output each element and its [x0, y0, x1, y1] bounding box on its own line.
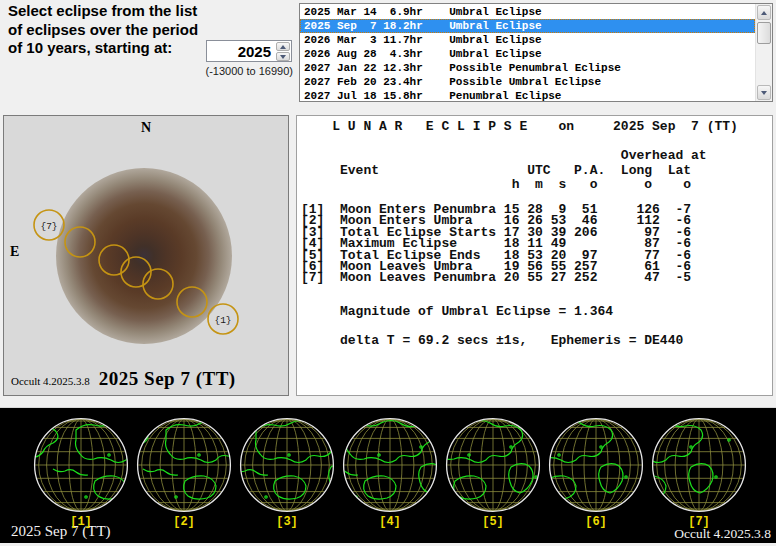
spin-up-button[interactable] — [276, 42, 290, 51]
eclipse-list-item[interactable]: 2026 Aug 28 4.3hr Umbral Eclipse — [300, 47, 755, 61]
diagram-watermark: Occult 4.2025.3.8 — [11, 375, 90, 387]
globe-event-label-2: [2] — [164, 515, 204, 529]
moon-position-circle — [99, 245, 129, 275]
eclipse-list-item[interactable]: 2025 Mar 14 6.9hr Umbral Eclipse — [300, 5, 755, 19]
globe-event-label-5: [5] — [473, 515, 513, 529]
eclipse-list-item[interactable]: 2025 Sep 7 18.2hr Umbral Eclipse — [300, 19, 755, 33]
moon-path-circles: {1}{7} — [4, 116, 288, 395]
eclipse-list-item[interactable]: 2027 Jul 18 15.8hr Penumbral Eclipse — [300, 89, 755, 103]
spin-up-icon — [280, 45, 286, 49]
eclipse-list-item[interactable]: 2027 Feb 20 23.4hr Possible Umbral Eclip… — [300, 75, 755, 89]
scroll-down-icon — [761, 91, 767, 95]
diagram-date-label: 2025 Sep 7 (TT) — [99, 368, 236, 390]
report-events-text: [1] Moon Enters Penumbra 15 28 9 51 126 … — [297, 204, 691, 284]
eclipse-list-rows: 2025 Mar 14 6.9hr Umbral Eclipse2025 Sep… — [300, 5, 755, 103]
spin-down-icon — [280, 55, 286, 59]
earth-globe-1 — [33, 417, 129, 513]
eclipse-list-item[interactable]: 2026 Mar 3 11.7hr Umbral Eclipse — [300, 33, 755, 47]
scroll-up-button[interactable] — [757, 5, 771, 20]
globe-event-label-4: [4] — [370, 515, 410, 529]
select-eclipse-label-line1: Select eclipse from the list — [8, 2, 248, 21]
occult-eclipse-window: Select eclipse from the list of eclipses… — [0, 0, 776, 546]
start-year-spin-buttons — [275, 41, 291, 61]
eclipse-list-scrollbar[interactable] — [755, 4, 772, 101]
report-header-text: L U N A R E C L I P S E on 2025 Sep 7 (T… — [297, 120, 738, 193]
moon-position-circle — [177, 287, 207, 317]
earth-globe-3 — [239, 417, 335, 513]
start-year-value[interactable]: 2025 — [207, 41, 274, 61]
earth-globe-5 — [445, 417, 541, 513]
earth-globe-7 — [651, 417, 747, 513]
earth-globe-4 — [342, 417, 438, 513]
moon-position-circle — [65, 227, 95, 257]
earth-view-strip: 2025 Sep 7 (TT) Occult 4.2025.3.8 [1] [2… — [0, 407, 776, 543]
select-eclipse-label-line2: of eclipses over the period — [8, 21, 248, 40]
year-range-hint: (-13000 to 16990) — [180, 65, 293, 77]
scrollbar-thumb[interactable] — [757, 22, 771, 44]
moon-position-label: {7} — [40, 221, 57, 232]
moon-position-circle — [143, 269, 173, 299]
eclipse-report-panel: L U N A R E C L I P S E on 2025 Sep 7 (T… — [296, 115, 773, 396]
start-year-spinner[interactable]: 2025 — [206, 40, 292, 62]
moon-position-circle — [121, 257, 151, 287]
eclipse-shadow-diagram: N E {1}{7} Occult 4.2025.3.8 2025 Sep 7 … — [3, 115, 289, 396]
moon-position-label: {1} — [214, 315, 231, 326]
earth-globe-6 — [548, 417, 644, 513]
eclipse-listbox[interactable]: 2025 Mar 14 6.9hr Umbral Eclipse2025 Sep… — [299, 3, 773, 102]
scroll-down-button[interactable] — [757, 85, 771, 100]
globe-event-label-7: [7] — [679, 515, 719, 529]
diagram-caption: Occult 4.2025.3.8 2025 Sep 7 (TT) — [11, 368, 236, 390]
scroll-up-icon — [761, 11, 767, 15]
globe-event-label-3: [3] — [267, 515, 307, 529]
earth-globe-2 — [136, 417, 232, 513]
spin-down-button[interactable] — [276, 52, 290, 61]
globe-event-label-6: [6] — [576, 515, 616, 529]
globe-event-label-1: [1] — [61, 515, 101, 529]
eclipse-list-item[interactable]: 2027 Jan 22 12.3hr Possible Penumbral Ec… — [300, 61, 755, 75]
report-footer-text: Magnitude of Umbral Eclipse = 1.364 delt… — [297, 305, 683, 348]
